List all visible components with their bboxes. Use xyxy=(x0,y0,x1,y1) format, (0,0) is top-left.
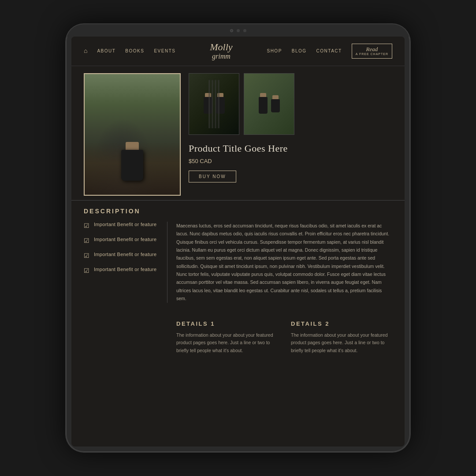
read-sublabel: a free chapter xyxy=(356,52,388,56)
detail-text-2: The information about your about your fe… xyxy=(291,331,392,355)
benefit-item-4: ☑ Important Benefit or feature xyxy=(84,267,158,275)
logo-script: Molly xyxy=(210,42,232,52)
benefit-text-4: Important Benefit or feature xyxy=(94,267,156,272)
buy-now-button[interactable]: BUY NOW xyxy=(189,171,236,182)
detail-block-1: DETAILS 1 The information about your abo… xyxy=(176,320,278,355)
mini-body-3 xyxy=(259,97,268,114)
description-grid: ☑ Important Benefit or feature ☑ Importa… xyxy=(84,222,392,303)
tablet-screen: ⌂ ABOUT BOOKS EVENTS Molly grimm SHOP BL… xyxy=(71,37,405,446)
thumb2-content xyxy=(244,74,294,134)
fence-bar-3 xyxy=(215,80,216,128)
thumb1-content xyxy=(189,74,239,134)
check-icon-3: ☑ xyxy=(84,252,89,260)
detail-text-1: The information about your about your fe… xyxy=(176,331,278,355)
detail-title-2: DETAILS 2 xyxy=(291,320,392,327)
nav-contact[interactable]: CONTACT xyxy=(316,48,342,53)
read-chapter-button[interactable]: Read a free chapter xyxy=(352,44,392,59)
mini-body-4 xyxy=(271,99,280,112)
benefit-item-2: ☑ Important Benefit or feature xyxy=(84,237,158,245)
fence-bar-2 xyxy=(212,80,213,128)
navigation: ⌂ ABOUT BOOKS EVENTS Molly grimm SHOP BL… xyxy=(71,37,405,66)
nav-books[interactable]: BOOKS xyxy=(125,48,144,53)
thumbnail-row xyxy=(189,73,392,135)
nav-right: SHOP BLOG CONTACT Read a free chapter xyxy=(267,44,392,59)
mini-cap-4 xyxy=(272,95,279,99)
mini-bottle-3 xyxy=(258,93,268,115)
tablet-top-bar xyxy=(66,24,410,37)
details-section: DETAILS 1 The information about your abo… xyxy=(164,312,405,368)
check-icon-4: ☑ xyxy=(84,267,89,275)
tablet-device: ⌂ ABOUT BOOKS EVENTS Molly grimm SHOP BL… xyxy=(66,24,410,452)
check-icon-2: ☑ xyxy=(84,237,89,245)
thumbnail-2[interactable] xyxy=(244,73,294,135)
mini-cap-3 xyxy=(260,93,266,97)
product-images-left xyxy=(84,73,181,196)
sensor-dot1 xyxy=(237,29,240,32)
sensor-dot2 xyxy=(243,29,246,32)
bottle-silhouette xyxy=(119,142,145,182)
nav-about[interactable]: ABOUT xyxy=(97,48,115,53)
product-title: Product Title Goes Here xyxy=(189,143,392,154)
benefit-text-3: Important Benefit or feature xyxy=(94,252,156,257)
benefits-list: ☑ Important Benefit or feature ☑ Importa… xyxy=(84,222,167,303)
benefit-item-3: ☑ Important Benefit or feature xyxy=(84,252,158,260)
product-right: Product Title Goes Here $50 CAD BUY NOW xyxy=(189,73,392,196)
fence-bar-1 xyxy=(208,80,210,128)
main-product-image xyxy=(84,73,181,196)
benefit-text-1: Important Benefit or feature xyxy=(94,222,156,227)
mini-bottle-4 xyxy=(271,95,280,113)
product-price: $50 CAD xyxy=(189,158,392,164)
benefit-item-1: ☑ Important Benefit or feature xyxy=(84,222,158,230)
nav-shop[interactable]: SHOP xyxy=(267,48,282,53)
nav-blog[interactable]: BLOG xyxy=(292,48,307,53)
description-section: Description ☑ Important Benefit or featu… xyxy=(71,200,405,312)
detail-block-2: DETAILS 2 The information about your abo… xyxy=(291,320,392,355)
fence-bar-4 xyxy=(218,80,219,128)
bottle-cap xyxy=(126,142,139,150)
detail-title-1: DETAILS 1 xyxy=(176,320,278,327)
description-heading: Description xyxy=(84,208,392,215)
image-content xyxy=(85,74,180,195)
home-icon[interactable]: ⌂ xyxy=(84,48,87,55)
fence-decoration xyxy=(189,74,239,134)
site-logo[interactable]: Molly grimm xyxy=(210,42,232,60)
benefit-text-2: Important Benefit or feature xyxy=(94,237,156,242)
nav-left: ⌂ ABOUT BOOKS EVENTS xyxy=(84,48,175,55)
product-section: Product Title Goes Here $50 CAD BUY NOW xyxy=(71,66,405,200)
logo-subtext: grimm xyxy=(210,52,232,60)
thumbnail-1[interactable] xyxy=(189,73,239,135)
read-label: Read xyxy=(366,46,378,52)
nav-events[interactable]: EVENTS xyxy=(154,48,175,53)
description-body: Maecenas luctus, eros sed accumsan tinci… xyxy=(176,222,392,303)
product-info: Product Title Goes Here $50 CAD BUY NOW xyxy=(189,139,392,182)
bottle-body xyxy=(121,150,143,181)
camera-dot xyxy=(230,29,233,32)
check-icon-1: ☑ xyxy=(84,222,89,230)
